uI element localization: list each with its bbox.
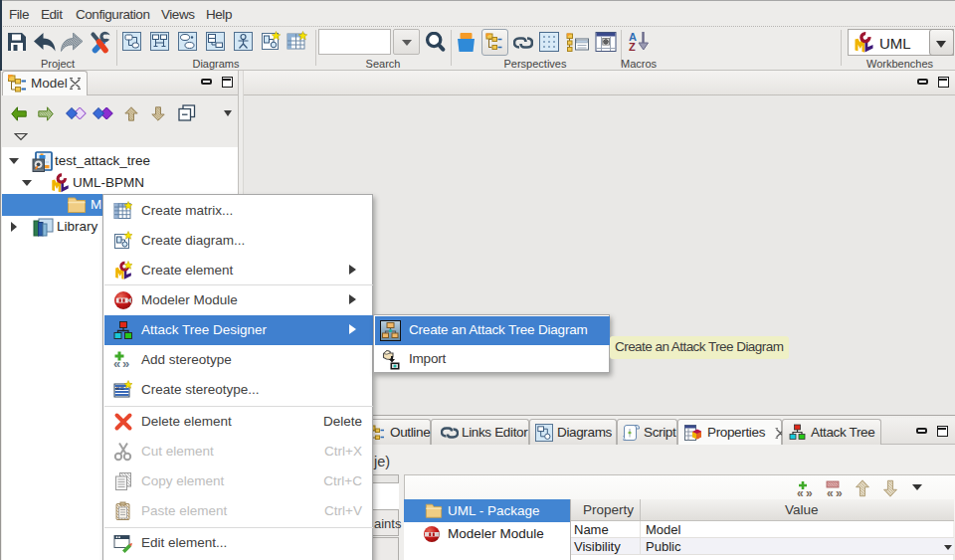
svg-text:»: » — [836, 486, 843, 499]
svg-text:Z: Z — [629, 41, 636, 53]
svg-text:»: » — [122, 356, 129, 370]
svg-text:»: » — [806, 486, 813, 499]
svg-text:«: « — [797, 486, 804, 499]
svg-text:«: « — [827, 486, 834, 499]
svg-text:«: « — [113, 356, 120, 370]
svg-text:«=: «= — [115, 384, 124, 393]
